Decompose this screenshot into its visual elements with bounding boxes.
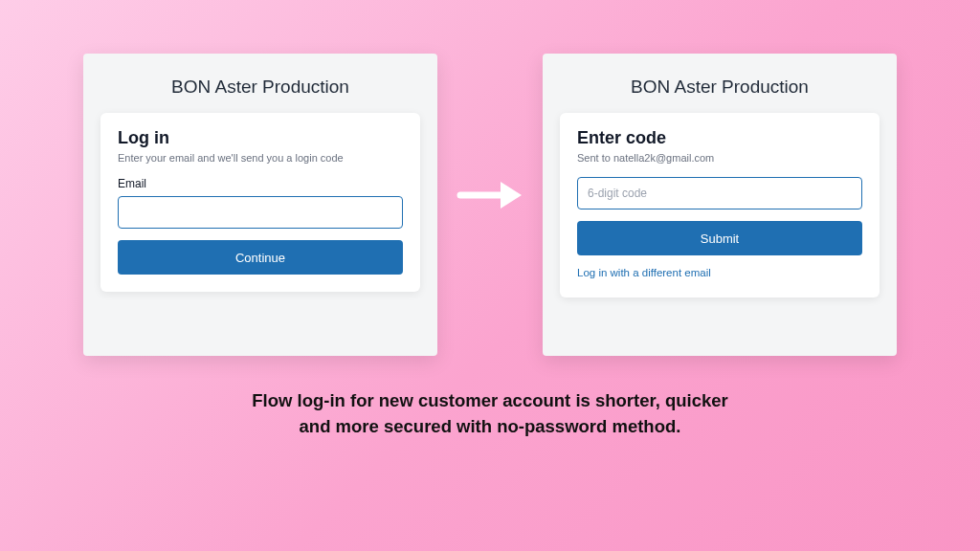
brand-title-right: BON Aster Production (560, 77, 880, 98)
stage: BON Aster Production Log in Enter your e… (0, 0, 980, 551)
different-email-link[interactable]: Log in with a different email (577, 267, 711, 278)
flow-arrow (455, 178, 525, 212)
code-card: Enter code Sent to natella2k@gmail.com S… (560, 113, 880, 298)
email-label: Email (118, 177, 403, 190)
login-card: Log in Enter your email and we'll send y… (100, 113, 420, 292)
code-heading: Enter code (577, 128, 862, 148)
caption-line-1: Flow log-in for new customer account is … (252, 390, 728, 410)
continue-button[interactable]: Continue (118, 240, 403, 275)
submit-button[interactable]: Submit (577, 221, 862, 255)
code-input[interactable] (577, 177, 862, 209)
login-heading: Log in (118, 128, 403, 148)
brand-title-left: BON Aster Production (100, 77, 420, 98)
svg-marker-1 (501, 182, 522, 209)
arrow-right-icon (457, 178, 523, 212)
caption: Flow log-in for new customer account is … (252, 388, 728, 440)
login-sub: Enter your email and we'll send you a lo… (118, 152, 403, 164)
code-panel: BON Aster Production Enter code Sent to … (543, 54, 897, 356)
code-sub: Sent to natella2k@gmail.com (577, 152, 862, 164)
panels-row: BON Aster Production Log in Enter your e… (83, 54, 897, 356)
email-input[interactable] (118, 196, 403, 229)
caption-line-2: and more secured with no-password method… (300, 416, 681, 436)
login-panel: BON Aster Production Log in Enter your e… (83, 54, 437, 356)
